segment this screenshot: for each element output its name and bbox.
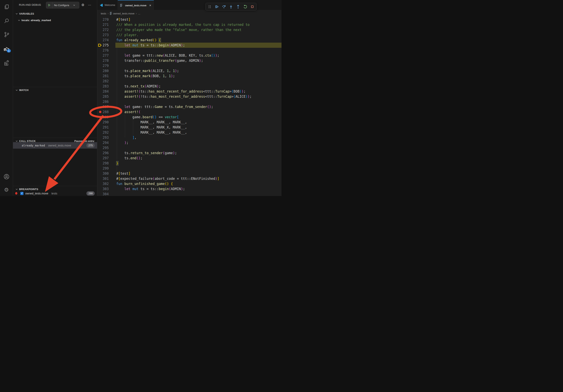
code-line-283[interactable]: 283ts.next_tx(ADMIN); <box>97 84 282 89</box>
line-number[interactable]: 297 <box>97 156 109 161</box>
close-icon[interactable]: ✕ <box>149 4 151 7</box>
code-line-273[interactable]: 273/// player. <box>97 32 282 38</box>
line-number[interactable]: 299 <box>97 166 109 171</box>
code-line-279[interactable]: 279 <box>97 63 282 68</box>
code-line-270[interactable]: 270#[test] <box>97 17 282 22</box>
code-line-294[interactable]: 294); <box>97 140 282 145</box>
breadcrumb-dir[interactable]: tests <box>101 12 106 15</box>
code-text: #[test] <box>116 171 131 176</box>
debug-config-dropdown[interactable]: No Configura <box>46 2 79 9</box>
code-line-303[interactable]: 303let mut ts = ts::begin(ADMIN); <box>97 186 282 191</box>
line-number[interactable]: 300 <box>97 171 109 176</box>
line-number[interactable]: 303 <box>97 186 109 191</box>
code-line-272[interactable]: 272/// the player who made the "false" m… <box>97 27 282 32</box>
line-number[interactable]: 294 <box>97 140 109 145</box>
code-line-298[interactable]: 298} <box>97 161 282 166</box>
line-number[interactable]: 304 <box>97 191 109 196</box>
more-actions-icon[interactable]: ⋯ <box>87 2 92 7</box>
line-number[interactable]: 290 <box>97 120 109 125</box>
line-number[interactable]: 278 <box>97 58 109 63</box>
code-line-299[interactable]: 299 <box>97 166 282 171</box>
debug-settings-gear-icon[interactable]: ⚙ <box>80 2 85 7</box>
line-number[interactable]: 298 <box>97 161 109 166</box>
line-number[interactable]: 274 <box>97 38 109 43</box>
line-number[interactable]: 287 <box>97 104 109 109</box>
line-number[interactable]: 286 <box>97 99 109 104</box>
variables-section-header[interactable]: VARIABLES <box>13 11 97 17</box>
code-line-297[interactable]: 297ts.end(); <box>97 156 282 161</box>
tab-owned-tests[interactable]: owned_tests.move ✕ <box>118 0 154 10</box>
code-line-277[interactable]: 277let game = ttt::new(ALICE, BOB, KEY, … <box>97 53 282 58</box>
breakpoint-row[interactable]: ✓ owned_tests.move tests 288 <box>13 191 97 196</box>
code-line-300[interactable]: 300#[test] <box>97 171 282 176</box>
account-icon[interactable] <box>0 172 13 182</box>
locals-scope-row[interactable]: locals: already_marked <box>13 17 97 23</box>
chevron-right-icon: › <box>136 12 137 15</box>
line-number[interactable]: 279 <box>97 63 109 68</box>
tab-welcome[interactable]: Welcome <box>97 0 118 10</box>
code-line-301[interactable]: 301#[expected_failure(abort_code = ttt::… <box>97 176 282 181</box>
code-line-275[interactable]: 275let mut ts = ts::begin(ADMIN); <box>97 43 282 48</box>
step-out-icon[interactable] <box>235 4 241 10</box>
line-number[interactable]: 288 <box>97 109 109 115</box>
line-number[interactable]: 281 <box>97 73 109 78</box>
breakpoint-checkbox[interactable]: ✓ <box>20 192 24 195</box>
watch-section-header[interactable]: WATCH <box>13 87 97 93</box>
line-number[interactable]: 301 <box>97 176 109 181</box>
extensions-icon[interactable] <box>0 58 13 67</box>
restart-icon[interactable] <box>242 4 248 10</box>
line-number[interactable]: 277 <box>97 53 109 58</box>
start-debug-icon[interactable] <box>46 2 53 8</box>
code-line-280[interactable]: 280ts.place_mark(ALICE, 1, 1); <box>97 68 282 73</box>
code-line-281[interactable]: 281ts.place_mark(BOB, 1, 1); <box>97 73 282 78</box>
line-number[interactable]: 284 <box>97 89 109 94</box>
code-line-271[interactable]: 271/// When a position is already marked… <box>97 22 282 27</box>
code-line-286[interactable]: 286 <box>97 99 282 104</box>
source-control-icon[interactable] <box>0 30 13 39</box>
line-number[interactable]: 292 <box>97 130 109 135</box>
line-number[interactable]: 291 <box>97 125 109 130</box>
search-icon[interactable] <box>0 16 13 26</box>
line-number[interactable]: 283 <box>97 84 109 89</box>
line-number[interactable]: 275 <box>97 43 109 48</box>
code-line-288[interactable]: 288assert!( <box>97 109 282 115</box>
stack-frame-row[interactable]: already_marked owned_tests.move 275 <box>13 142 97 149</box>
settings-gear-icon[interactable]: ⚙ <box>0 185 13 195</box>
code-line-285[interactable]: 285assert!(!ts::has_most_recent_for_addr… <box>97 94 282 99</box>
step-over-icon[interactable] <box>221 4 227 10</box>
code-line-302[interactable]: 302fun burn_unfinished_game() { <box>97 181 282 186</box>
breadcrumb-symbol[interactable]: ... <box>138 12 140 15</box>
line-number[interactable]: 293 <box>97 135 109 140</box>
code-line-296[interactable]: 296ts.return_to_sender(game); <box>97 150 282 156</box>
line-number[interactable]: 282 <box>97 78 109 84</box>
line-number[interactable]: 276 <box>97 48 109 53</box>
line-number[interactable]: 289 <box>97 115 109 120</box>
line-number[interactable]: 280 <box>97 68 109 73</box>
code-line-304[interactable]: 304 <box>97 191 282 196</box>
line-number[interactable]: 272 <box>97 27 109 32</box>
code-line-276[interactable]: 276 <box>97 48 282 53</box>
code-line-295[interactable]: 295 <box>97 145 282 150</box>
code-line-274[interactable]: 274fun already_marked() { <box>97 38 282 43</box>
line-number[interactable]: 295 <box>97 145 109 150</box>
breadcrumb-file[interactable]: owned_tests.move <box>113 12 134 15</box>
line-number[interactable]: 302 <box>97 181 109 186</box>
explorer-icon[interactable] <box>0 2 13 12</box>
drag-grip-icon[interactable] <box>207 4 213 10</box>
code-editor[interactable]: 270#[test]271/// When a position is alre… <box>97 17 282 196</box>
line-number[interactable]: 270 <box>97 17 109 22</box>
line-number[interactable]: 285 <box>97 94 109 99</box>
line-number[interactable]: 273 <box>97 32 109 38</box>
step-into-icon[interactable] <box>228 4 234 10</box>
line-number[interactable]: 271 <box>97 22 109 27</box>
code-line-287[interactable]: 287let game: ttt::Game = ts.take_from_se… <box>97 104 282 109</box>
code-line-282[interactable]: 282 <box>97 78 282 84</box>
stop-icon[interactable] <box>249 4 255 10</box>
locals-label: locals: already_marked <box>22 19 51 22</box>
code-line-278[interactable]: 278transfer::public_transfer(game, ADMIN… <box>97 58 282 63</box>
code-line-284[interactable]: 284assert!(ts::has_most_recent_for_addre… <box>97 89 282 94</box>
continue-icon[interactable] <box>214 4 220 10</box>
run-and-debug-icon[interactable]: 1 <box>0 43 13 53</box>
code-text: /// When a position is already marked, t… <box>116 22 250 27</box>
line-number[interactable]: 296 <box>97 150 109 156</box>
